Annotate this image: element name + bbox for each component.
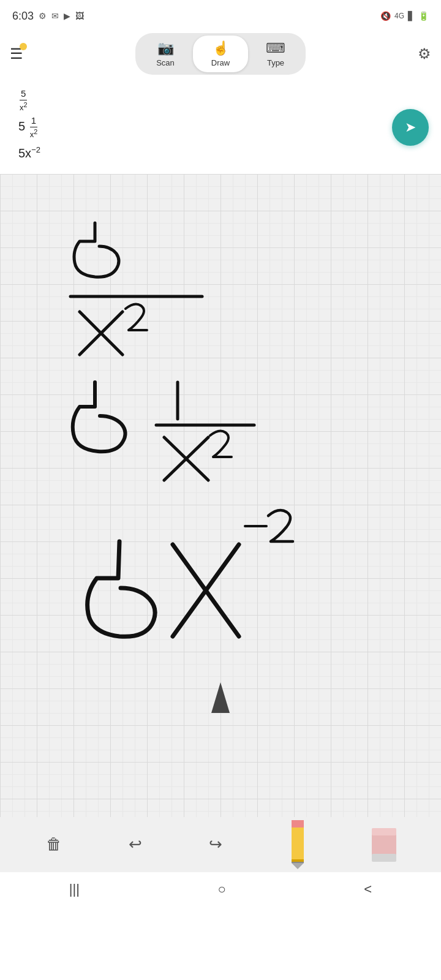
status-bar: 6:03 ⚙ ✉ ▶ 🖼 🔇 4G ▋ 🔋 <box>0 0 441 29</box>
draw-hand-icon: ☝ <box>213 40 229 56</box>
send-arrow-icon: ➤ <box>405 119 416 135</box>
math-expressions: 5 x2 5 1 x2 5x−2 <box>18 88 423 164</box>
mail-status-icon: ✉ <box>51 11 59 21</box>
svg-marker-10 <box>211 682 230 713</box>
nav-menu-button[interactable]: ||| <box>57 879 92 900</box>
nav-home-button[interactable]: ○ <box>206 879 238 900</box>
history-badge <box>20 43 27 50</box>
delete-button[interactable]: 🗑 <box>41 830 67 859</box>
svg-rect-12 <box>292 827 304 863</box>
math-result-area: 5 x2 5 1 x2 5x−2 ➤ <box>0 81 441 174</box>
svg-rect-15 <box>292 862 304 863</box>
svg-rect-17 <box>372 854 396 862</box>
type-label: Type <box>267 58 284 67</box>
pencil-tool-button[interactable] <box>284 820 311 869</box>
status-left: 6:03 ⚙ ✉ ▶ 🖼 <box>12 10 84 23</box>
nav-back-button[interactable]: < <box>352 879 384 900</box>
draw-mode-button[interactable]: ☝ Draw <box>193 36 248 72</box>
fraction-2: 1 x2 <box>29 115 39 140</box>
svg-marker-11 <box>292 863 304 869</box>
redo-button[interactable]: ↪ <box>204 830 227 859</box>
math-expr-2: 5 1 x2 <box>18 115 423 140</box>
draw-label: Draw <box>211 58 230 67</box>
gear-status-icon: ⚙ <box>39 11 47 21</box>
status-right-icons: 🔇 4G ▋ 🔋 <box>380 11 429 21</box>
fraction-1: 5 x2 <box>18 88 29 113</box>
math-expr-1: 5 x2 <box>18 88 423 113</box>
status-time: 6:03 <box>12 10 34 23</box>
svg-rect-13 <box>292 820 304 827</box>
handwriting-overlay <box>0 174 441 817</box>
history-button[interactable]: ☰ <box>10 45 23 62</box>
settings-button[interactable]: ⚙ <box>418 45 431 62</box>
play-status-icon: ▶ <box>64 11 70 21</box>
bars-icon: ▋ <box>408 11 415 21</box>
drawing-canvas[interactable] <box>0 174 441 817</box>
send-button[interactable]: ➤ <box>392 109 429 146</box>
keyboard-icon: ⌨ <box>266 40 285 56</box>
eraser-icon <box>368 823 400 866</box>
scan-mode-button[interactable]: 📷 Scan <box>138 36 193 72</box>
camera-icon: 📷 <box>157 40 174 56</box>
mode-selector: 📷 Scan ☝ Draw ⌨ Type <box>135 33 306 75</box>
scan-label: Scan <box>156 58 175 67</box>
system-nav-bar: ||| ○ < <box>0 872 441 907</box>
main-toolbar: ☰ 📷 Scan ☝ Draw ⌨ Type ⚙ <box>0 29 441 81</box>
signal-icon: 4G <box>394 12 404 20</box>
eraser-tool-button[interactable] <box>368 823 400 866</box>
math-expr-3: 5x−2 <box>18 142 423 164</box>
battery-icon: 🔋 <box>418 11 429 21</box>
pencil-icon <box>284 820 311 869</box>
type-mode-button[interactable]: ⌨ Type <box>248 36 303 72</box>
mute-icon: 🔇 <box>380 11 391 21</box>
bottom-action-bar: 🗑 ↩ ↪ <box>0 817 441 872</box>
image-status-icon: 🖼 <box>75 11 84 21</box>
svg-rect-18 <box>372 828 396 835</box>
undo-button[interactable]: ↩ <box>124 830 147 859</box>
